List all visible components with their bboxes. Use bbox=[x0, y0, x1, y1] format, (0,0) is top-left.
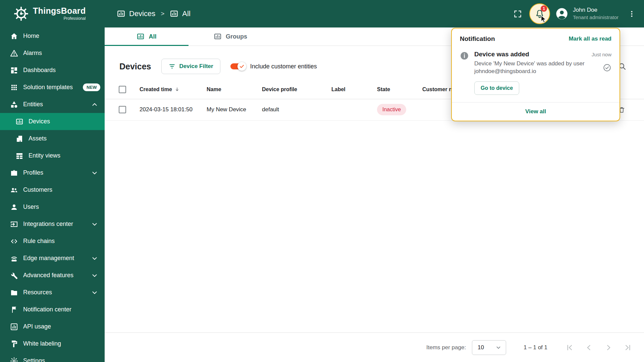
sidebar-item-dashboards[interactable]: Dashboards bbox=[0, 62, 105, 79]
notification-popup-header: Notification Mark all as read bbox=[452, 28, 620, 47]
sidebar-item-notification-center[interactable]: Notification center bbox=[0, 301, 105, 318]
last-page-icon bbox=[624, 343, 632, 352]
check-circle-icon bbox=[603, 63, 611, 72]
breadcrumb: Devices > All bbox=[117, 9, 191, 18]
first-page-button[interactable] bbox=[562, 340, 577, 355]
previous-page-button[interactable] bbox=[582, 340, 596, 355]
more-menu-button[interactable] bbox=[624, 6, 639, 21]
column-header-state[interactable]: State bbox=[377, 80, 422, 99]
sidebar-item-users[interactable]: Users bbox=[0, 198, 105, 216]
sidebar-item-label: Users bbox=[23, 203, 39, 210]
sidebar-item-profiles[interactable]: Profiles bbox=[0, 164, 105, 181]
breadcrumb-all[interactable]: All bbox=[170, 9, 190, 18]
header-actions: 1 John Doe Tenant administrator bbox=[510, 3, 639, 24]
tab-all[interactable]: All bbox=[105, 27, 189, 46]
entities-icon bbox=[10, 101, 18, 109]
items-per-page-select[interactable]: 10 bbox=[472, 340, 506, 355]
toggle-track[interactable] bbox=[230, 63, 246, 69]
notifications-button[interactable]: 1 bbox=[529, 3, 550, 24]
sidebar-item-entities[interactable]: Entities bbox=[0, 96, 105, 113]
sidebar-item-integrations-center[interactable]: Integrations center bbox=[0, 216, 105, 233]
new-badge: NEW bbox=[83, 83, 100, 91]
sidebar-item-solution-templates[interactable]: Solution templates NEW bbox=[0, 79, 105, 96]
sidebar-item-label: Settings bbox=[23, 357, 45, 362]
sidebar-item-label: Advanced features bbox=[23, 272, 73, 279]
column-header-device-profile[interactable]: Device profile bbox=[262, 80, 331, 99]
column-header-created-time[interactable]: Created time bbox=[140, 80, 207, 99]
sidebar-item-label: API usage bbox=[23, 323, 51, 330]
items-per-page-value: 10 bbox=[478, 344, 484, 351]
breadcrumb-devices[interactable]: Devices bbox=[117, 9, 155, 18]
info-icon bbox=[460, 51, 469, 60]
entity-views-icon bbox=[15, 152, 23, 160]
api-usage-icon bbox=[10, 323, 18, 331]
apps-icon bbox=[10, 83, 18, 92]
advanced-features-icon bbox=[10, 272, 18, 280]
sidebar-item-label: Resources bbox=[23, 289, 52, 296]
sidebar-item-label: Integrations center bbox=[23, 221, 73, 228]
state-badge: Inactive bbox=[377, 104, 406, 115]
notification-popup-title: Notification bbox=[460, 35, 495, 43]
sidebar-item-assets[interactable]: Assets bbox=[0, 130, 105, 147]
sidebar-item-advanced-features[interactable]: Advanced features bbox=[0, 267, 105, 284]
sidebar-item-home[interactable]: Home bbox=[0, 27, 105, 45]
chevron-down-icon bbox=[495, 344, 502, 351]
items-per-page-label: Items per page: bbox=[426, 344, 466, 351]
pagination-bar: Items per page: 10 1 – 1 of 1 bbox=[105, 333, 644, 362]
mouse-cursor bbox=[539, 15, 547, 23]
device-filter-button[interactable]: Device Filter bbox=[161, 59, 220, 74]
sidebar-item-settings[interactable]: Settings bbox=[0, 352, 105, 362]
app-edition: Professional bbox=[33, 16, 86, 21]
settings-icon bbox=[10, 357, 18, 362]
sidebar-item-devices[interactable]: Devices bbox=[0, 113, 105, 130]
white-labeling-icon bbox=[10, 340, 18, 348]
pager-nav bbox=[562, 340, 635, 355]
app-name: ThingsBoard bbox=[33, 7, 86, 15]
notification-item-time: Just now bbox=[592, 52, 611, 57]
sidebar-item-label: Assets bbox=[29, 135, 47, 142]
select-all-checkbox[interactable] bbox=[119, 86, 126, 93]
customers-icon bbox=[10, 186, 18, 194]
thingsboard-logo[interactable]: ThingsBoard Professional bbox=[0, 0, 105, 27]
sidebar-item-entity-views[interactable]: Entity views bbox=[0, 147, 105, 164]
cell-created-time: 2024-03-15 18:01:50 bbox=[140, 99, 207, 120]
sidebar-item-api-usage[interactable]: API usage bbox=[0, 318, 105, 335]
view-all-link[interactable]: View all bbox=[525, 108, 546, 115]
sidebar-nav: Home Alarms Dashboards Solution template… bbox=[0, 27, 105, 362]
alarm-icon bbox=[10, 49, 18, 57]
row-checkbox[interactable] bbox=[119, 106, 126, 113]
users-icon bbox=[10, 203, 18, 211]
devices-icon bbox=[117, 9, 125, 18]
column-header-label[interactable]: Label bbox=[331, 80, 377, 99]
breadcrumb-label: Devices bbox=[129, 9, 155, 18]
sidebar-item-rule-chains[interactable]: Rule chains bbox=[0, 233, 105, 250]
fullscreen-button[interactable] bbox=[510, 6, 525, 21]
fullscreen-icon bbox=[513, 9, 522, 18]
chevron-down-icon bbox=[91, 289, 99, 297]
sidebar-item-resources[interactable]: Resources bbox=[0, 284, 105, 301]
notification-count-badge: 1 bbox=[541, 5, 547, 12]
user-avatar-button[interactable] bbox=[554, 6, 570, 21]
notification-item: Device was added Just now Device 'My New… bbox=[452, 47, 620, 102]
notification-item-title: Device was added bbox=[474, 51, 529, 58]
header: Devices > All 1 bbox=[105, 0, 644, 27]
mark-read-button[interactable] bbox=[603, 63, 611, 72]
sidebar-item-customers[interactable]: Customers bbox=[0, 181, 105, 198]
sidebar-item-white-labeling[interactable]: White labeling bbox=[0, 335, 105, 352]
first-page-icon bbox=[565, 343, 574, 352]
devices-icon bbox=[170, 9, 178, 18]
include-customer-entities-toggle[interactable]: Include customer entities bbox=[230, 63, 317, 70]
sidebar-item-alarms[interactable]: Alarms bbox=[0, 45, 105, 62]
sidebar-item-label: Devices bbox=[29, 118, 50, 125]
tab-groups[interactable]: Groups bbox=[189, 27, 272, 46]
sidebar-item-label: Dashboards bbox=[23, 67, 56, 74]
user-info[interactable]: John Doe Tenant administrator bbox=[573, 6, 619, 21]
sidebar-item-label: Entity views bbox=[29, 152, 60, 159]
go-to-device-button[interactable]: Go to device bbox=[474, 81, 519, 95]
next-page-icon bbox=[604, 343, 613, 352]
mark-all-as-read-link[interactable]: Mark all as read bbox=[569, 36, 611, 42]
next-page-button[interactable] bbox=[601, 340, 616, 355]
sidebar-item-edge-management[interactable]: Edge management bbox=[0, 250, 105, 267]
column-header-name[interactable]: Name bbox=[207, 80, 262, 99]
last-page-button[interactable] bbox=[621, 340, 635, 355]
